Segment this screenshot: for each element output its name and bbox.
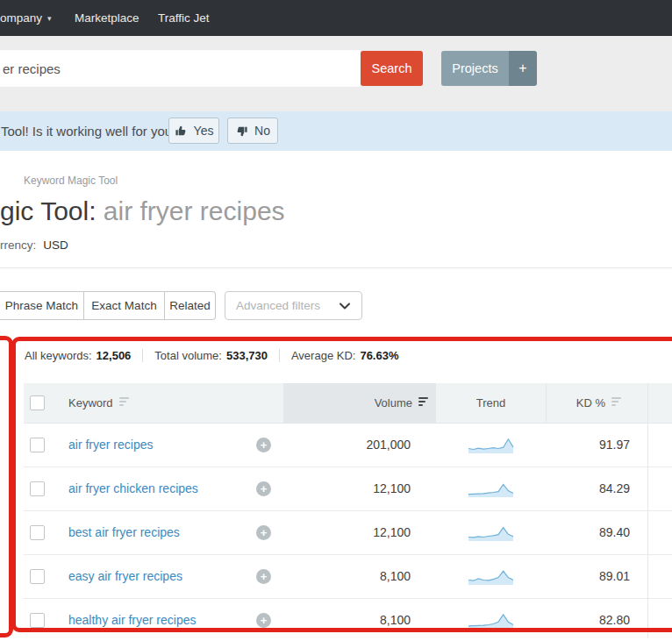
page-title-keyword: air fryer recipes: [97, 196, 285, 225]
table-row: air fryer recipes + 201,000 91.97: [24, 424, 672, 467]
trend-sparkline: [468, 481, 514, 498]
kd-value: 84.29: [550, 467, 630, 510]
volume-value: 8,100: [313, 599, 411, 641]
volume-value: 12,100: [313, 511, 411, 554]
row-checkbox[interactable]: [30, 481, 45, 496]
stat-all-keywords: All keywords:12,506: [25, 349, 131, 362]
search-button[interactable]: Search: [361, 51, 423, 86]
projects-split-button: Projects +: [441, 51, 537, 86]
breadcrumb[interactable]: Keyword Magic Tool: [24, 174, 118, 187]
add-keyword-icon[interactable]: +: [256, 525, 271, 540]
add-keyword-icon[interactable]: +: [256, 438, 271, 452]
section-divider: [0, 267, 672, 268]
annotation-rectangle-left: [0, 336, 13, 637]
row-checkbox[interactable]: [30, 613, 45, 628]
caret-down-icon: ▾: [47, 14, 52, 23]
column-header-kd: KD %: [576, 383, 621, 423]
feedback-no-label: No: [254, 124, 270, 138]
add-keyword-icon[interactable]: +: [256, 481, 271, 496]
stats-bar: All keywords:12,506 Total volume:533,730…: [25, 346, 399, 364]
table-row: healthy air fryer recipes + 8,100 82.80: [24, 599, 672, 641]
column-separator: [647, 383, 648, 638]
keyword-link[interactable]: air fryer chicken recipes: [68, 467, 198, 510]
tab-phrase-match[interactable]: Phrase Match: [0, 292, 83, 319]
table-row: best air fryer recipes + 12,100 89.40: [24, 511, 672, 555]
top-navbar: ompany▾ Marketplace Traffic Jet: [0, 0, 672, 36]
keyword-magic-tool-page: ompany▾ Marketplace Traffic Jet Search P…: [0, 0, 672, 641]
keyword-link[interactable]: easy air fryer recipes: [68, 555, 182, 598]
trend-sparkline: [468, 568, 514, 586]
keyword-link[interactable]: healthy air fryer recipes: [68, 599, 197, 641]
match-tab-group: Phrase Match Exact Match Related: [0, 291, 216, 320]
thumbs-up-icon: [175, 125, 188, 138]
plus-icon: +: [518, 61, 526, 75]
keyword-search-input[interactable]: [0, 50, 361, 87]
stat-divider: [142, 349, 143, 362]
add-project-button[interactable]: +: [509, 51, 537, 86]
feedback-message: Tool! Is it working well for you?: [1, 111, 179, 151]
sort-icon[interactable]: [418, 397, 428, 408]
trend-sparkline: [468, 437, 514, 454]
stat-all-keywords-value: 12,506: [97, 349, 132, 362]
table-row: easy air fryer recipes + 8,100 89.01: [24, 555, 672, 599]
table-header-row: Keyword Volume Trend KD %: [24, 383, 672, 424]
kd-value: 89.01: [550, 555, 630, 598]
kd-value: 91.97: [550, 424, 630, 467]
keyword-link[interactable]: best air fryer recipes: [68, 511, 180, 554]
select-all-checkbox[interactable]: [30, 395, 45, 410]
stat-total-volume-value: 533,730: [226, 349, 268, 362]
keywords-table: Keyword Volume Trend KD % air fryer reci…: [24, 383, 672, 641]
keyword-link[interactable]: air fryer recipes: [68, 424, 153, 467]
nav-item-marketplace[interactable]: Marketplace: [75, 0, 139, 36]
stat-total-volume: Total volume:533,730: [154, 349, 268, 362]
advanced-filters-label: Advanced filters: [236, 299, 339, 312]
kd-value: 89.40: [550, 511, 630, 554]
column-header-volume: Volume: [375, 383, 428, 423]
row-checkbox[interactable]: [30, 438, 45, 452]
feedback-yes-label: Yes: [194, 124, 214, 138]
tab-related[interactable]: Related: [164, 292, 215, 319]
nav-item-company[interactable]: ompany▾: [0, 0, 52, 36]
feedback-banner: Tool! Is it working well for you? Yes No: [0, 111, 672, 151]
feedback-yes-button[interactable]: Yes: [168, 118, 219, 144]
currency-label: rrency:: [0, 239, 36, 252]
page-title-prefix: gic Tool:: [0, 196, 97, 225]
volume-value: 12,100: [313, 467, 411, 510]
add-keyword-icon[interactable]: +: [256, 569, 271, 584]
feedback-no-button[interactable]: No: [227, 118, 278, 144]
stat-average-kd: Average KD:76.63%: [291, 349, 399, 362]
trend-sparkline: [468, 524, 514, 542]
advanced-filters-dropdown[interactable]: Advanced filters: [225, 291, 362, 320]
table-row: air fryer chicken recipes + 12,100 84.29: [24, 467, 672, 511]
sort-icon[interactable]: [611, 397, 621, 408]
thumbs-down-icon: [235, 125, 248, 138]
search-band: Search Projects +: [0, 36, 672, 111]
nav-item-traffic-jet[interactable]: Traffic Jet: [158, 0, 210, 36]
row-checkbox[interactable]: [30, 569, 45, 584]
stat-average-kd-value: 76.63%: [360, 349, 398, 362]
trend-sparkline: [468, 612, 514, 630]
row-checkbox[interactable]: [30, 525, 45, 540]
page-title: gic Tool: air fryer recipes: [0, 195, 285, 228]
volume-value: 201,000: [313, 424, 411, 467]
projects-button[interactable]: Projects: [441, 51, 509, 86]
stat-divider: [279, 349, 280, 362]
currency-value[interactable]: USD: [43, 239, 68, 252]
sort-icon[interactable]: [119, 397, 129, 408]
currency-row: rrency:USD: [0, 239, 68, 252]
add-keyword-icon[interactable]: +: [256, 613, 271, 628]
header-separator: [546, 383, 547, 423]
column-header-trend: Trend: [436, 383, 546, 423]
kd-value: 82.80: [550, 599, 630, 641]
column-header-keyword: Keyword: [68, 383, 129, 423]
tab-exact-match[interactable]: Exact Match: [83, 292, 164, 319]
nav-company-label: ompany: [0, 11, 42, 25]
chevron-down-icon: [339, 301, 351, 311]
volume-value: 8,100: [313, 555, 411, 598]
